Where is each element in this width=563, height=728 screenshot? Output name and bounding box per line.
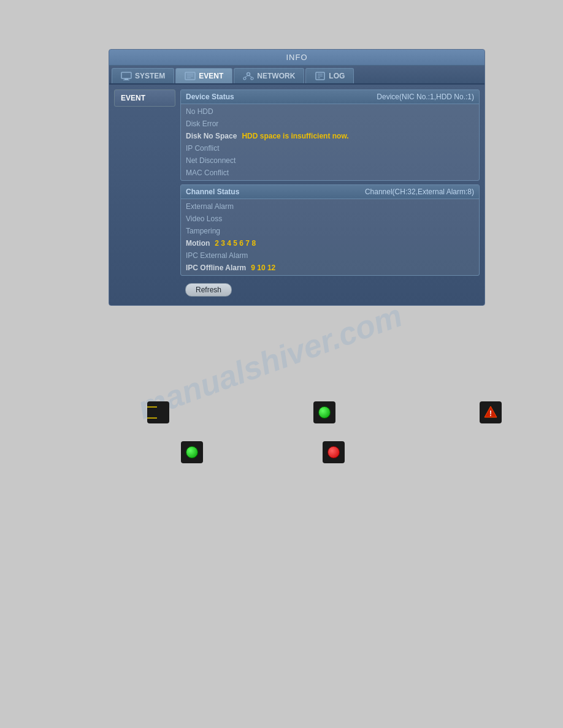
row-motion-label: Motion (186, 239, 210, 248)
channel-status-title: Channel Status (186, 188, 239, 196)
svg-point-9 (251, 77, 253, 80)
channel-status-value: Channel(CH:32,External Alarm:8) (365, 188, 474, 196)
tab-system-label: SYSTEM (135, 72, 165, 80)
tab-system[interactable]: SYSTEM (112, 68, 174, 83)
svg-rect-1 (124, 78, 128, 80)
green-circle (318, 406, 331, 419)
row-video-loss-label: Video Loss (186, 214, 222, 223)
content-area: EVENT Device Status Device(NIC No.:1,HDD… (109, 85, 484, 305)
ipc-offline-channels: 9 10 12 (251, 264, 275, 272)
legend-row-2 (181, 441, 345, 463)
row-ipc-offline-alarm-label: IPC Offline Alarm (186, 264, 246, 272)
tab-network[interactable]: NETWORK (234, 68, 304, 83)
row-motion: Motion 2 3 4 5 6 7 8 (186, 237, 474, 249)
row-net-disconnect: Net Disconnect (186, 154, 474, 167)
row-tampering-label: Tampering (186, 227, 220, 235)
tab-event[interactable]: EVENT (175, 68, 232, 83)
sidebar: EVENT (114, 89, 175, 300)
svg-rect-0 (121, 72, 131, 78)
row-disk-no-space-label: Disk No Space (186, 132, 237, 140)
green-legend-icon (313, 401, 335, 423)
svg-line-11 (248, 75, 252, 77)
channel-status-header: Channel Status Channel(CH:32,External Al… (181, 185, 479, 199)
title-bar: INFO (109, 50, 484, 66)
row-no-hdd: No HDD (186, 105, 474, 118)
row-ipc-external-alarm: IPC External Alarm (186, 249, 474, 262)
warning-triangle-icon: ! (483, 405, 498, 420)
tab-log-label: LOG (329, 72, 345, 80)
row-ipc-offline-alarm: IPC Offline Alarm 9 10 12 (186, 262, 474, 274)
svg-point-8 (243, 77, 246, 80)
row-external-alarm: External Alarm (186, 200, 474, 213)
row-mac-conflict: MAC Conflict (186, 167, 474, 179)
svg-line-10 (245, 75, 248, 77)
legend-row-1: — — ! (147, 401, 502, 423)
row-video-loss: Video Loss (186, 213, 474, 225)
svg-point-7 (247, 73, 250, 76)
tab-event-label: EVENT (199, 72, 223, 80)
green-circle-2 (186, 446, 198, 458)
svg-rect-2 (123, 80, 129, 80)
red-circle (327, 446, 340, 458)
row-tampering: Tampering (186, 225, 474, 237)
svg-text:!: ! (489, 409, 492, 418)
event-icon (185, 72, 196, 80)
red-legend-icon (323, 441, 345, 463)
refresh-button[interactable]: Refresh (185, 283, 232, 297)
log-icon (315, 72, 326, 80)
green-legend-icon-2 (181, 441, 203, 463)
device-status-section: Device Status Device(NIC No.:1,HDD No.:1… (180, 89, 480, 181)
system-icon (121, 72, 132, 80)
dash-symbol: — — (147, 401, 169, 423)
sidebar-item-event-label: EVENT (121, 94, 145, 102)
channel-status-section: Channel Status Channel(CH:32,External Al… (180, 184, 480, 276)
disk-no-space-alert: HDD space is insufficient now. (242, 132, 348, 140)
refresh-button-container: Refresh (180, 279, 480, 300)
row-ip-conflict-label: IP Conflict (186, 144, 219, 153)
channel-status-rows: External Alarm Video Loss Tampering Moti… (181, 199, 479, 275)
row-mac-conflict-label: MAC Conflict (186, 169, 229, 177)
row-disk-error: Disk Error (186, 118, 474, 130)
motion-channels: 2 3 4 5 6 7 8 (215, 239, 256, 248)
main-panel: INFO SYSTEM EVENT (109, 49, 485, 306)
warning-legend-icon: ! (480, 401, 502, 423)
sidebar-item-event[interactable]: EVENT (114, 89, 175, 107)
device-status-title: Device Status (186, 93, 234, 101)
title-label: INFO (286, 53, 307, 62)
dash-legend-icon: — — (147, 401, 169, 423)
event-main-content: Device Status Device(NIC No.:1,HDD No.:1… (180, 89, 480, 300)
row-external-alarm-label: External Alarm (186, 202, 234, 211)
device-status-header: Device Status Device(NIC No.:1,HDD No.:1… (181, 90, 479, 104)
row-ipc-external-alarm-label: IPC External Alarm (186, 251, 248, 260)
device-status-rows: No HDD Disk Error Disk No Space HDD spac… (181, 104, 479, 180)
network-icon (243, 72, 254, 80)
row-ip-conflict: IP Conflict (186, 142, 474, 154)
row-net-disconnect-label: Net Disconnect (186, 156, 236, 165)
device-status-value: Device(NIC No.:1,HDD No.:1) (377, 93, 474, 101)
row-disk-error-label: Disk Error (186, 119, 218, 128)
row-no-hdd-label: No HDD (186, 107, 213, 116)
tab-network-label: NETWORK (257, 72, 295, 80)
row-disk-no-space: Disk No Space HDD space is insufficient … (186, 130, 474, 142)
tab-log[interactable]: LOG (305, 68, 354, 83)
tab-bar: SYSTEM EVENT (109, 66, 484, 85)
